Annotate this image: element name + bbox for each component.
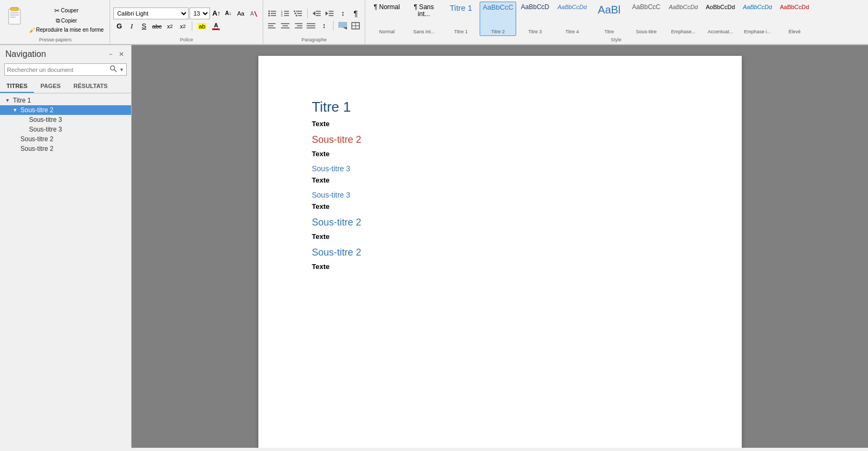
doc-subtitle2-red[interactable]: Sous-titre 2: [312, 134, 688, 146]
copy-button[interactable]: ⧉ Copier: [26, 16, 106, 25]
numbering-button[interactable]: 1.2.3.: [279, 8, 291, 19]
doc-section-title1: Titre 1 Texte: [312, 99, 688, 128]
doc-subtitle3-1[interactable]: Sous-titre 3: [312, 164, 688, 173]
svg-rect-5: [10, 17, 16, 18]
doc-text-1[interactable]: Texte: [312, 150, 688, 158]
search-icon[interactable]: [110, 65, 117, 74]
doc-section-subtitle3-2: Sous-titre 3 Texte: [312, 191, 688, 210]
doc-text-5[interactable]: Texte: [312, 263, 688, 271]
decrease-indent-button[interactable]: [311, 8, 323, 19]
doc-section-subtitle3-1: Sous-titre 3 Texte: [312, 164, 688, 184]
align-right-button[interactable]: [292, 20, 304, 31]
style-normal[interactable]: ¶ Normal Normal: [368, 2, 405, 36]
document-page[interactable]: Titre 1 Texte Sous-titre 2 Texte Sous-ti…: [258, 56, 742, 448]
svg-point-51: [111, 66, 115, 70]
tree-item-sous-titre2-3[interactable]: ▶ Sous-titre 2: [0, 144, 131, 154]
doc-section-subtitle2-blue-2: Sous-titre 2 Texte: [312, 247, 688, 271]
line-spacing-button[interactable]: ↕: [318, 20, 330, 31]
tree-label-titre1: Titre 1: [13, 97, 31, 104]
font-name-select[interactable]: Calibri Light: [113, 8, 189, 19]
strikethrough-button[interactable]: abc: [151, 21, 163, 32]
svg-marker-47: [343, 27, 347, 30]
svg-line-52: [114, 70, 117, 72]
format-painter-label: Reproduire la mise en forme: [36, 27, 104, 33]
doc-subtitle3-2[interactable]: Sous-titre 3: [312, 191, 688, 199]
tree-item-titre1[interactable]: ▼ Titre 1: [0, 96, 131, 105]
doc-text-3[interactable]: Texte: [312, 202, 688, 210]
cut-button[interactable]: ✂ Couper: [26, 6, 106, 16]
style-accentuation[interactable]: AoBbCcDd Accentuat...: [702, 2, 739, 36]
tree-item-sous-titre2-2[interactable]: ▶ Sous-titre 2: [0, 134, 131, 144]
paragraph-section: 1.2.3. ↕ ¶: [263, 0, 365, 44]
tab-pages[interactable]: PAGES: [34, 80, 67, 93]
shading-button[interactable]: [337, 20, 349, 31]
bold-button[interactable]: G: [113, 21, 125, 32]
search-dropdown-icon[interactable]: ▼: [119, 67, 124, 72]
format-painter-button[interactable]: 🖌 Reproduire la mise en forme: [26, 26, 106, 34]
bullets-button[interactable]: [266, 8, 278, 19]
navigation-panel: Navigation − ✕ ▼ TITRES PAGES RÉSULTATS …: [0, 45, 132, 448]
change-case-button[interactable]: Aa: [235, 8, 247, 19]
style-titre3[interactable]: AaBbCcD Titre 3: [517, 2, 553, 36]
nav-minimize-button[interactable]: −: [106, 50, 115, 59]
style-sous-titre[interactable]: AaBbCcC Sous-titre: [628, 2, 664, 36]
align-left-button[interactable]: [266, 20, 278, 31]
tree-label-sous-titre3-2: Sous-titre 3: [29, 126, 62, 133]
font-color-button[interactable]: A: [209, 21, 222, 32]
italic-button[interactable]: I: [126, 21, 137, 32]
styles-label: Style: [368, 37, 864, 44]
underline-button[interactable]: S: [138, 21, 150, 32]
multilevel-list-button[interactable]: [292, 8, 304, 19]
font-grow-button[interactable]: A↑: [211, 8, 222, 19]
nav-search-input[interactable]: [7, 67, 107, 73]
style-titre4[interactable]: AaBbCcDd Titre 4: [554, 2, 590, 36]
svg-rect-2: [11, 8, 18, 11]
svg-rect-4: [10, 14, 19, 16]
tree-item-sous-titre2-1[interactable]: ▼ Sous-titre 2: [0, 105, 131, 115]
svg-rect-3: [10, 12, 19, 13]
superscript-button[interactable]: x2: [177, 21, 189, 32]
font-shrink-button[interactable]: A↓: [223, 8, 234, 19]
doc-subtitle2-blue-2[interactable]: Sous-titre 2: [312, 247, 688, 258]
clear-format-button[interactable]: A: [248, 8, 259, 19]
doc-text-4[interactable]: Texte: [312, 232, 688, 241]
tab-resultats[interactable]: RÉSULTATS: [67, 80, 114, 93]
subscript-button[interactable]: x2: [164, 21, 176, 32]
doc-title1[interactable]: Titre 1: [312, 99, 688, 115]
style-titre2[interactable]: AaBbCcC Titre 2: [480, 2, 516, 36]
paste-button[interactable]: [4, 5, 25, 27]
tree-label-sous-titre3-1: Sous-titre 3: [29, 116, 62, 123]
svg-rect-46: [338, 22, 347, 27]
justify-button[interactable]: [305, 20, 317, 31]
tree-toggle-sous-titre2-1[interactable]: ▼: [12, 107, 18, 113]
style-eleve[interactable]: AaBbCcDd Élevé: [776, 2, 813, 36]
tree-toggle-titre1[interactable]: ▼: [4, 97, 11, 104]
nav-header: Navigation − ✕: [0, 45, 131, 61]
doc-subtitle2-blue-1[interactable]: Sous-titre 2: [312, 217, 688, 228]
highlight-button[interactable]: ab: [196, 21, 208, 32]
svg-point-20: [294, 10, 295, 12]
nav-close-button[interactable]: ✕: [117, 50, 126, 59]
style-no-spacing[interactable]: ¶ Sans int... Sans int...: [406, 2, 442, 36]
doc-text-2[interactable]: Texte: [312, 176, 688, 184]
doc-section-subtitle2-blue-1: Sous-titre 2 Texte: [312, 217, 688, 241]
nav-search-box[interactable]: ▼: [4, 63, 127, 76]
doc-text-0[interactable]: Texte: [312, 120, 688, 128]
borders-button[interactable]: [350, 20, 361, 31]
font-size-select[interactable]: 13: [190, 8, 210, 19]
tab-titres[interactable]: TITRES: [0, 80, 34, 93]
style-titre[interactable]: AaBl Titre: [591, 2, 627, 36]
tree-item-sous-titre3-2[interactable]: ▶ Sous-titre 3: [0, 125, 131, 134]
cut-label: Couper: [61, 8, 78, 13]
tree-label-sous-titre2-2: Sous-titre 2: [20, 135, 53, 143]
show-marks-button[interactable]: ¶: [350, 8, 361, 19]
sort-button[interactable]: ↕: [337, 8, 349, 19]
increase-indent-button[interactable]: [324, 8, 336, 19]
document-area[interactable]: Titre 1 Texte Sous-titre 2 Texte Sous-ti…: [132, 45, 868, 448]
tree-item-sous-titre3-1[interactable]: ▶ Sous-titre 3: [0, 115, 131, 125]
style-titre1[interactable]: Titre 1 Titre 1: [443, 2, 479, 36]
style-emphase-intense[interactable]: AaBbCcDd Emphase i...: [739, 2, 776, 36]
style-emphase-subtile[interactable]: AaBbCcDd Emphase...: [665, 2, 701, 36]
clipboard-label: Presse-papiers: [4, 37, 106, 44]
align-center-button[interactable]: [279, 20, 291, 31]
